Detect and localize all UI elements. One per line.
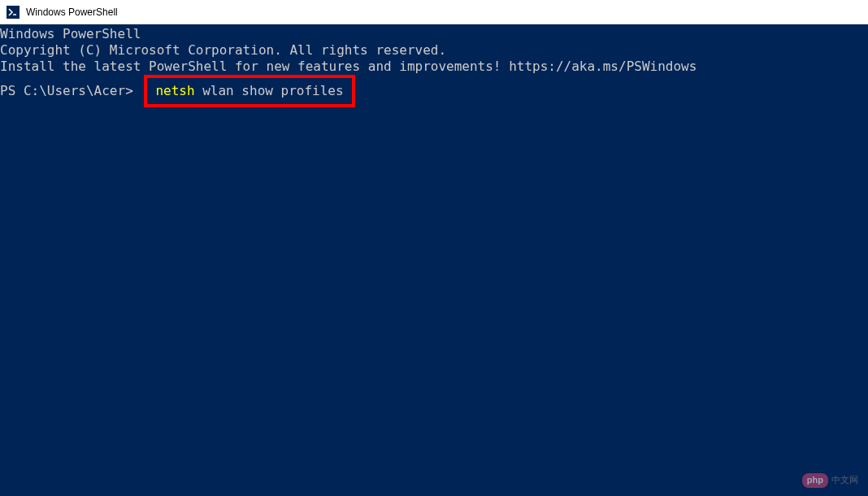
command-highlight-box: netsh wlan show profiles [144,75,354,107]
terminal-output-line: Windows PowerShell [0,26,868,42]
window-title-bar: Windows PowerShell [0,0,868,24]
watermark: php 中文网 [802,473,858,488]
command-arguments: wlan show profiles [195,83,344,98]
watermark-badge: php [802,473,828,488]
terminal-output-line: Copyright (C) Microsoft Corporation. All… [0,42,868,59]
watermark-text: 中文网 [831,475,858,486]
powershell-icon [7,6,20,19]
terminal-prompt-line: PS C:\Users\Acer> netsh wlan show profil… [0,75,868,107]
terminal-prompt: PS C:\Users\Acer> [0,83,141,99]
terminal-area[interactable]: Windows PowerShell Copyright (C) Microso… [0,24,868,496]
window-title: Windows PowerShell [26,7,118,18]
terminal-output-line: Install the latest PowerShell for new fe… [0,59,868,75]
command-keyword: netsh [155,83,194,98]
